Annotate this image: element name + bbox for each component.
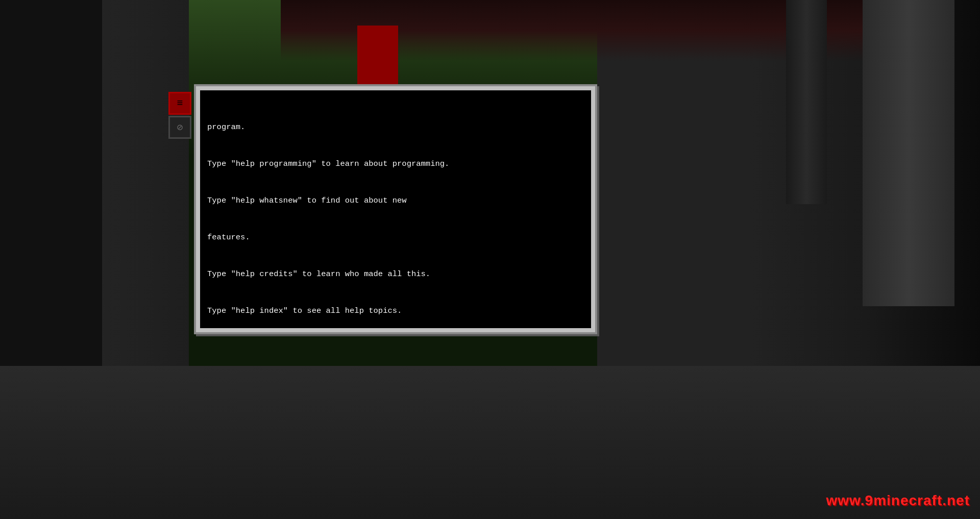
- side-icon-2: ⊘: [168, 116, 191, 139]
- right-pillar-1: [863, 0, 954, 306]
- side-icon-panel: ≡ ⊘: [168, 92, 191, 139]
- watermark: www.9minecraft.net: [826, 492, 970, 509]
- terminal: program. Type "help programming" to lear…: [200, 90, 591, 328]
- terminal-line-1: program.: [207, 121, 584, 133]
- terminal-line-5: Type "help credits" to learn who made al…: [207, 268, 584, 280]
- right-pillar-2: [786, 0, 827, 204]
- terminal-wrapper: program. Type "help programming" to lear…: [194, 84, 597, 334]
- terminal-line-3: Type "help whatsnew" to find out about n…: [207, 194, 584, 207]
- side-icon-1: ≡: [168, 92, 191, 115]
- terminal-line-4: features.: [207, 231, 584, 243]
- terminal-line-2: Type "help programming" to learn about p…: [207, 158, 584, 170]
- watermark-text: www.9minecraft.net: [826, 492, 970, 508]
- terminal-line-6: Type "help index" to see all help topics…: [207, 305, 584, 317]
- terminal-content: program. Type "help programming" to lear…: [207, 96, 584, 328]
